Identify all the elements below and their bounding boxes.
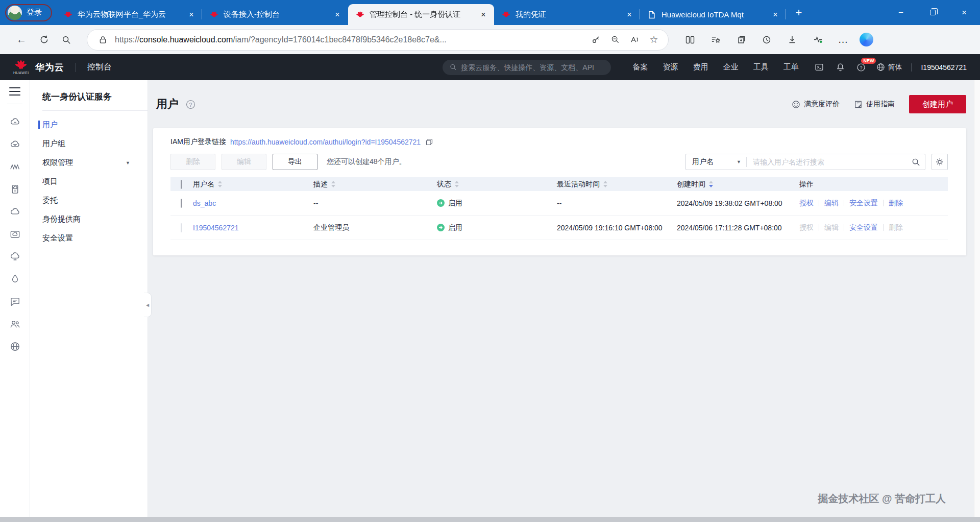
search-button[interactable]: [57, 31, 76, 49]
tab-my-credentials[interactable]: 我的凭证 ×: [494, 4, 640, 25]
tab-close-icon[interactable]: ×: [332, 9, 343, 20]
tab-close-icon[interactable]: ×: [624, 9, 635, 20]
tab-close-icon[interactable]: ×: [478, 9, 489, 20]
column-header-status[interactable]: 状态: [437, 180, 557, 189]
status-enabled-icon: [437, 199, 445, 207]
select-all-checkbox[interactable]: [181, 180, 182, 189]
security-settings-action[interactable]: 安全设置: [849, 223, 878, 232]
settings-more-icon[interactable]: …: [834, 31, 852, 49]
column-header-last-activity[interactable]: 最近活动时间: [557, 180, 677, 189]
favorite-star-icon[interactable]: ☆: [647, 33, 661, 47]
sidebar-item-security-settings[interactable]: 安全设置: [30, 229, 148, 248]
cli-terminal-icon[interactable]: [814, 62, 825, 73]
nav-item-billing[interactable]: 费用: [693, 62, 708, 72]
search-input[interactable]: [747, 158, 906, 166]
notifications-bell-icon[interactable]: [835, 62, 846, 73]
globe-icon[interactable]: [5, 335, 25, 358]
console-search[interactable]: [443, 60, 611, 75]
user-group-icon[interactable]: [5, 313, 25, 335]
tab-iot-platform[interactable]: 华为云物联网平台_华为云 ×: [56, 4, 202, 25]
sort-icon: [218, 181, 222, 187]
sidebar-item-user-groups[interactable]: 用户组: [30, 134, 148, 153]
cloud-icon[interactable]: [5, 200, 25, 223]
page-scrollbar[interactable]: [974, 80, 980, 517]
collections-icon[interactable]: [732, 31, 750, 49]
account-id[interactable]: I19504562721: [921, 63, 967, 72]
history-icon[interactable]: [757, 31, 776, 49]
language-switcher[interactable]: 简体: [876, 63, 902, 72]
authorize-action[interactable]: 授权: [799, 199, 814, 208]
sidebar-item-projects[interactable]: 项目: [30, 172, 148, 191]
browser-profile-button[interactable]: 登录: [5, 4, 52, 21]
table-settings-button[interactable]: [932, 154, 948, 170]
iam-sidebar: 统一身份认证服务 用户 用户组 权限管理▼ 项目 委托 身份提供商 安全设置 ◀: [30, 80, 148, 517]
row-actions: 授权 编辑 安全设置 删除: [799, 199, 948, 208]
page-help-icon[interactable]: ?: [186, 100, 195, 109]
browser-essentials-icon[interactable]: [808, 31, 827, 49]
huawei-logo[interactable]: HUAWEI: [13, 60, 29, 75]
username-link[interactable]: ds_abc: [193, 199, 216, 207]
nav-item-tools[interactable]: 工具: [753, 62, 768, 72]
split-screen-icon[interactable]: [681, 31, 699, 49]
create-user-button[interactable]: 创建用户: [909, 95, 966, 113]
zoom-out-icon[interactable]: [608, 33, 622, 47]
sidebar-item-agencies[interactable]: 委托: [30, 191, 148, 210]
column-header-created[interactable]: 创建时间: [677, 180, 799, 189]
column-header-username[interactable]: 用户名: [193, 180, 313, 189]
cloud-storage-icon[interactable]: [5, 133, 25, 155]
copy-icon[interactable]: [426, 138, 433, 146]
sidebar-item-permissions[interactable]: 权限管理▼: [30, 153, 148, 172]
tab-close-icon[interactable]: ×: [770, 9, 781, 20]
sidebar-item-label: 用户: [42, 120, 58, 130]
feedback-link[interactable]: 满意度评价: [792, 100, 840, 109]
header-checkbox-cell: [170, 180, 193, 188]
nav-item-enterprise[interactable]: 企业: [723, 62, 738, 72]
droplet-icon[interactable]: [5, 268, 25, 290]
security-settings-action[interactable]: 安全设置: [849, 199, 878, 208]
favorites-bar-icon[interactable]: [706, 31, 725, 49]
cloud-connect-icon[interactable]: [5, 245, 25, 268]
help-icon[interactable]: ? NEW: [855, 62, 867, 73]
window-close-button[interactable]: ×: [948, 0, 980, 25]
sidebar-item-identity-providers[interactable]: 身份提供商: [30, 210, 148, 229]
tab-iam-console-active[interactable]: 管理控制台 - 统一身份认证 ×: [348, 4, 494, 25]
delete-action[interactable]: 删除: [889, 199, 903, 208]
iam-login-link[interactable]: https://auth.huaweicloud.com/authui/logi…: [230, 138, 421, 146]
user-guide-link[interactable]: 使用指南: [854, 100, 895, 109]
cloud-box-icon[interactable]: [5, 223, 25, 245]
new-tab-button[interactable]: +: [791, 5, 806, 20]
edit-action[interactable]: 编辑: [824, 199, 839, 208]
export-button[interactable]: 导出: [273, 154, 317, 170]
filter-field-select[interactable]: 用户名 ▼: [686, 157, 746, 167]
chat-bubble-icon[interactable]: [5, 290, 25, 313]
read-aloud-icon[interactable]: [627, 33, 642, 47]
menu-hamburger-icon[interactable]: [9, 87, 20, 96]
column-header-description[interactable]: 描述: [313, 180, 437, 189]
tablet-cloud-icon[interactable]: [5, 178, 25, 200]
console-search-input[interactable]: [461, 63, 604, 72]
back-button[interactable]: ←: [12, 31, 31, 49]
sidebar-collapse-handle[interactable]: ◀: [144, 293, 152, 317]
action-divider: [844, 200, 844, 206]
nav-item-tickets[interactable]: 工单: [783, 62, 798, 72]
copilot-icon[interactable]: [860, 33, 873, 46]
refresh-button[interactable]: [35, 31, 53, 49]
restore-button[interactable]: [917, 0, 948, 25]
downloads-icon[interactable]: [783, 31, 801, 49]
console-link[interactable]: 控制台: [87, 62, 112, 73]
search-icon[interactable]: [906, 154, 925, 170]
password-key-icon[interactable]: [589, 33, 603, 47]
minimize-button[interactable]: −: [885, 0, 917, 25]
tab-close-icon[interactable]: ×: [186, 9, 197, 20]
username-link[interactable]: I19504562721: [193, 224, 239, 232]
tab-iotda-mqtt[interactable]: Huaweicloud IoTDA Mqt ×: [640, 4, 786, 25]
brand-name[interactable]: 华为云: [35, 61, 64, 74]
nav-item-beian[interactable]: 备案: [632, 62, 648, 72]
waveform-icon[interactable]: [5, 155, 25, 178]
row-checkbox[interactable]: [181, 199, 182, 208]
sidebar-item-users[interactable]: 用户: [30, 115, 148, 134]
tab-device-access[interactable]: 设备接入-控制台 ×: [202, 4, 348, 25]
cloud-server-icon[interactable]: [5, 110, 25, 133]
nav-item-resources[interactable]: 资源: [663, 62, 678, 72]
address-bar[interactable]: https://console.huaweicloud.com/iam/?age…: [87, 29, 669, 51]
